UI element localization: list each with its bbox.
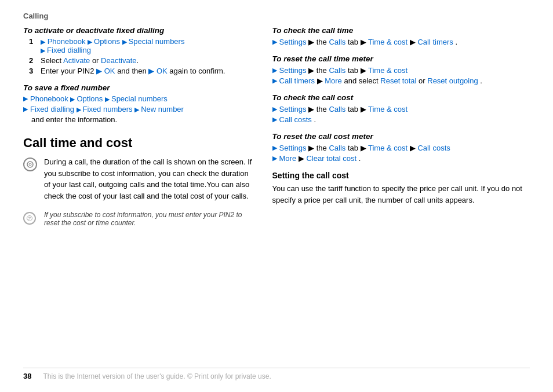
icon-row-2: If you subscribe to cost information, yo…	[23, 211, 255, 227]
save-end-text: and enter the information.	[31, 115, 255, 124]
section-check-call-time: To check the call time ▶ Settings ▶ the …	[272, 26, 530, 46]
fixed-dialling-link[interactable]: Fixed dialling	[47, 46, 91, 54]
more-link-2[interactable]: More	[279, 154, 297, 163]
section-save-title: To save a fixed number	[23, 83, 255, 92]
bullet-arrow-check-cost-2: ▶	[272, 116, 277, 123]
step-1: 1 ▶ Phonebook ▶ Options ▶ Special number…	[29, 37, 255, 54]
step-1-content: ▶ Phonebook ▶ Options ▶ Special numbers …	[41, 37, 184, 54]
bullet-arrow-reset-2: ▶	[272, 77, 277, 85]
settings-link-3[interactable]: Settings	[279, 105, 307, 113]
section-reset-call-cost: To reset the call cost meter ▶ Settings …	[272, 132, 530, 163]
reset-total-link[interactable]: Reset total	[380, 76, 416, 85]
clear-total-cost-link[interactable]: Clear total cost	[306, 154, 356, 163]
call-icon	[23, 157, 37, 171]
bullet-arrow-check-time: ▶	[272, 38, 277, 46]
activate-link[interactable]: Activate	[63, 56, 90, 65]
section-activate-fixed: To activate or deactivate fixed dialling…	[23, 26, 255, 75]
more-link-1[interactable]: More	[325, 76, 342, 85]
new-number-link[interactable]: New number	[141, 105, 184, 113]
check-call-time-title: To check the call time	[272, 26, 530, 35]
big-heading: Call time and cost	[23, 135, 255, 151]
save-bullet-1: ▶ Phonebook ▶ Options ▶ Special numbers	[23, 94, 255, 103]
phonebook-link[interactable]: Phonebook	[48, 37, 86, 46]
content-area: To activate or deactivate fixed dialling…	[23, 26, 530, 362]
section-check-call-cost: To check the call cost ▶ Settings ▶ the …	[272, 93, 530, 124]
bullet-arrow-reset-1: ▶	[272, 67, 277, 74]
reset-outgoing-link[interactable]: Reset outgoing	[427, 76, 478, 85]
phonebook-link-2[interactable]: Phonebook	[30, 94, 68, 103]
check-cost-bullet-2: ▶ Call costs .	[272, 115, 530, 124]
options-link[interactable]: Options	[94, 37, 120, 46]
arrow-2: ▶	[88, 38, 94, 45]
page-header: Calling	[23, 12, 530, 20]
special-numbers-link[interactable]: Special numbers	[129, 37, 185, 46]
reset-cost-bullet-2-content: More ▶ Clear total cost .	[279, 154, 361, 163]
svg-point-1	[29, 163, 31, 166]
bullet-arrow-1: ▶	[23, 95, 28, 102]
svg-point-0	[27, 162, 33, 167]
calls-tab-link-2[interactable]: Calls	[329, 66, 345, 75]
call-timers-link-2[interactable]: Call timers	[279, 76, 315, 85]
step-2-content: Select Activate or Deactivate.	[41, 56, 139, 65]
section-setting-call-cost: Setting the call cost You can use the ta…	[272, 171, 530, 206]
time-cost-link-4[interactable]: Time & cost	[368, 144, 408, 152]
reset-cost-bullet-2: ▶ More ▶ Clear total cost .	[272, 154, 530, 163]
deactivate-link[interactable]: Deactivate	[101, 56, 136, 65]
arrow-7: ▶	[77, 106, 83, 113]
time-cost-link-2[interactable]: Time & cost	[368, 66, 408, 75]
step-1-num: 1	[29, 37, 38, 54]
calls-tab-link-3[interactable]: Calls	[329, 105, 345, 113]
check-call-cost-title: To check the call cost	[272, 93, 530, 102]
arrow-4: ▶	[41, 47, 47, 54]
reset-cost-bullet-1-content: Settings ▶ the Calls tab ▶ Time & cost ▶…	[279, 144, 450, 152]
bullet-arrow-check-cost-1: ▶	[272, 105, 277, 113]
page-footer: 38 This is the Internet version of the u…	[23, 368, 530, 380]
reset-time-bullet-1: ▶ Settings ▶ the Calls tab ▶ Time & cost	[272, 66, 530, 75]
arrow-3: ▶	[122, 38, 129, 45]
ok-link-2[interactable]: ▶ OK	[148, 67, 167, 75]
fixed-dialling-link-2[interactable]: Fixed dialling	[30, 105, 74, 113]
activate-steps: 1 ▶ Phonebook ▶ Options ▶ Special number…	[29, 37, 255, 75]
section-reset-call-time: To reset the call time meter ▶ Settings …	[272, 54, 530, 85]
calls-tab-link-4[interactable]: Calls	[329, 144, 345, 152]
section-save-fixed: To save a fixed number ▶ Phonebook ▶ Opt…	[23, 83, 255, 124]
time-cost-link-3[interactable]: Time & cost	[368, 105, 408, 113]
check-time-bullet: ▶ Settings ▶ the Calls tab ▶ Time & cost…	[272, 38, 530, 46]
check-cost-bullet-1: ▶ Settings ▶ the Calls tab ▶ Time & cost	[272, 105, 530, 113]
arrow-5: ▶	[70, 96, 77, 102]
bullet-arrow-reset-cost-2: ▶	[272, 155, 277, 162]
call-costs-link-2[interactable]: Call costs	[417, 144, 450, 152]
fixed-numbers-link[interactable]: Fixed numbers	[83, 105, 133, 113]
italic-note: If you subscribe to cost information, yo…	[44, 211, 255, 227]
call-time-description: During a call, the duration of the call …	[44, 156, 255, 202]
check-cost-bullet-2-content: Call costs .	[279, 115, 316, 124]
settings-link-4[interactable]: Settings	[279, 144, 307, 152]
step-2-num: 2	[29, 56, 38, 65]
reset-time-bullet-2: ▶ Call timers ▶ More and select Reset to…	[272, 76, 530, 85]
setting-call-cost-title: Setting the call cost	[272, 171, 530, 180]
arrow-8: ▶	[134, 106, 141, 113]
step-2: 2 Select Activate or Deactivate.	[29, 56, 255, 65]
arrow-1: ▶	[41, 38, 45, 45]
reset-call-cost-title: To reset the call cost meter	[272, 132, 530, 141]
page-number: 38	[23, 372, 31, 380]
check-time-content: Settings ▶ the Calls tab ▶ Time & cost ▶…	[279, 38, 458, 46]
time-cost-link-1[interactable]: Time & cost	[368, 38, 408, 46]
check-cost-bullet-1-content: Settings ▶ the Calls tab ▶ Time & cost	[279, 105, 408, 113]
icon-row-1: During a call, the duration of the call …	[23, 156, 255, 205]
ok-link-1[interactable]: ▶ OK	[96, 67, 115, 75]
call-costs-link-1[interactable]: Call costs	[279, 115, 312, 124]
section-activate-title: To activate or deactivate fixed dialling	[23, 26, 255, 35]
calls-tab-link-1[interactable]: Calls	[329, 38, 345, 46]
options-link-2[interactable]: Options	[77, 94, 103, 103]
save-bullet-1-content: Phonebook ▶ Options ▶ Special numbers	[30, 94, 168, 103]
bullet-arrow-2: ▶	[23, 105, 28, 113]
settings-link-2[interactable]: Settings	[279, 66, 307, 75]
call-timers-link-1[interactable]: Call timers	[417, 38, 453, 46]
note-icon-placeholder	[23, 212, 39, 225]
arrow-6: ▶	[105, 96, 111, 102]
settings-link-1[interactable]: Settings	[279, 38, 307, 46]
svg-point-2	[27, 216, 32, 221]
reset-time-bullet-1-content: Settings ▶ the Calls tab ▶ Time & cost	[279, 66, 408, 75]
special-numbers-link-2[interactable]: Special numbers	[111, 94, 168, 103]
